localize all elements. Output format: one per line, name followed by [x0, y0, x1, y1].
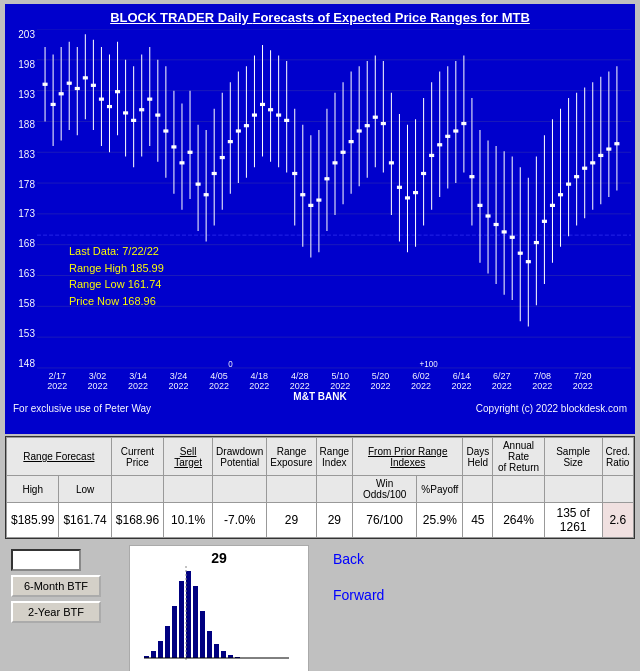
svg-rect-162: [165, 626, 170, 658]
th-cr-empty: [602, 476, 633, 503]
svg-rect-68: [261, 103, 265, 105]
svg-rect-72: [277, 114, 281, 116]
svg-rect-18: [59, 93, 63, 95]
x-label-13: 7/082022: [532, 371, 552, 391]
svg-rect-30: [107, 106, 111, 108]
histogram-svg: [130, 566, 308, 666]
th-win-odds: Win Odds/100: [353, 476, 417, 503]
left-controls: 6-Month BTF 2-Year BTF: [5, 541, 125, 671]
th-ss-empty: [544, 476, 602, 503]
svg-rect-34: [124, 112, 128, 114]
svg-rect-116: [454, 130, 458, 132]
data-table: Range Forecast CurrentPrice Sell Target …: [6, 437, 634, 538]
svg-rect-156: [615, 143, 619, 145]
svg-rect-96: [373, 116, 377, 118]
td-sample-size: 135 of 1261: [544, 503, 602, 538]
y-label-153: 153: [9, 328, 37, 339]
svg-rect-14: [43, 83, 47, 85]
td-sell-target: 10.1%: [164, 503, 213, 538]
2year-btf-button[interactable]: 2-Year BTF: [11, 601, 101, 623]
th-from-prior: From Prior Range Indexes: [353, 438, 463, 476]
svg-rect-86: [333, 162, 337, 164]
td-range-index: 29: [316, 503, 352, 538]
y-label-178: 178: [9, 179, 37, 190]
6month-btf-button[interactable]: 6-Month BTF: [11, 575, 101, 597]
svg-rect-74: [285, 119, 289, 121]
th-range-index: RangeIndex: [316, 438, 352, 476]
svg-rect-144: [567, 183, 571, 185]
td-current-price: $168.96: [111, 503, 163, 538]
svg-rect-24: [83, 77, 87, 79]
svg-rect-108: [422, 172, 426, 174]
svg-rect-76: [293, 172, 297, 174]
svg-rect-78: [301, 194, 305, 196]
svg-rect-100: [389, 162, 393, 164]
svg-rect-56: [212, 172, 216, 174]
svg-rect-28: [99, 98, 103, 100]
x-label-8: 5/102022: [330, 371, 350, 391]
th-days-held: DaysHeld: [463, 438, 493, 476]
footer-left: For exclusive use of Peter Way: [13, 403, 151, 414]
x-label-2: 3/022022: [88, 371, 108, 391]
svg-rect-168: [207, 631, 212, 658]
btf-input[interactable]: [11, 549, 81, 571]
svg-rect-94: [365, 125, 369, 127]
svg-rect-114: [446, 135, 450, 137]
svg-rect-84: [325, 178, 329, 180]
svg-rect-60: [228, 141, 232, 143]
svg-rect-106: [414, 192, 418, 194]
bottom-section: 6-Month BTF 2-Year BTF 29: [5, 541, 635, 671]
chart-svg: 0 +100: [37, 29, 631, 369]
td-range-low: $161.74: [59, 503, 111, 538]
svg-rect-150: [591, 162, 595, 164]
price-now-label: Price Now 168.96: [69, 293, 164, 310]
svg-rect-132: [518, 252, 522, 254]
th-dp-empty: [213, 476, 267, 503]
histogram-area: 29: [129, 545, 309, 671]
svg-rect-169: [214, 644, 219, 658]
y-label-193: 193: [9, 89, 37, 100]
x-axis-title: M&T BANK: [9, 391, 631, 402]
svg-rect-142: [559, 194, 563, 196]
th-ri-empty: [316, 476, 352, 503]
back-link[interactable]: Back: [333, 551, 384, 567]
th-drawdown: DrawdownPotential: [213, 438, 267, 476]
td-cred-ratio: 2.6: [602, 503, 633, 538]
histogram-svg-container: [130, 566, 308, 670]
y-label-198: 198: [9, 59, 37, 70]
y-label-203: 203: [9, 29, 37, 40]
svg-rect-140: [550, 204, 554, 206]
x-label-12: 6/272022: [492, 371, 512, 391]
y-label-188: 188: [9, 119, 37, 130]
svg-rect-40: [148, 98, 152, 100]
svg-rect-112: [438, 144, 442, 146]
td-range-high: $185.99: [7, 503, 59, 538]
svg-rect-152: [599, 154, 603, 156]
td-range-exposure: 29: [267, 503, 316, 538]
chart-container: BLOCK TRADER Daily Forecasts of Expected…: [5, 4, 635, 434]
svg-rect-154: [607, 148, 611, 150]
y-label-158: 158: [9, 298, 37, 309]
svg-rect-88: [341, 151, 345, 153]
svg-rect-128: [502, 231, 506, 233]
svg-rect-165: [186, 571, 191, 658]
th-pct-payoff: %Payoff: [417, 476, 463, 503]
svg-rect-118: [462, 123, 466, 125]
td-pct-payoff: 25.9%: [417, 503, 463, 538]
svg-rect-163: [172, 606, 177, 658]
th-sample-size: Sample Size: [544, 438, 602, 476]
svg-rect-126: [494, 223, 498, 225]
th-sell-target: Sell Target: [164, 438, 213, 476]
svg-rect-20: [67, 82, 71, 84]
svg-rect-82: [317, 199, 321, 201]
svg-rect-90: [349, 141, 353, 143]
svg-rect-136: [534, 242, 538, 244]
x-axis-area: 2/172022 3/022022 3/142022 3/242022 4/05…: [9, 369, 631, 401]
forward-link[interactable]: Forward: [333, 587, 384, 603]
svg-text:0: 0: [228, 360, 233, 369]
th-high: High: [7, 476, 59, 503]
chart-footer: For exclusive use of Peter Way Copyright…: [9, 401, 631, 416]
chart-area: 203 198 193 188 183 178 173 168 163 158 …: [9, 29, 631, 369]
chart-info: Last Data: 7/22/22 Range High 185.99 Ran…: [69, 243, 164, 309]
td-drawdown: -7.0%: [213, 503, 267, 538]
